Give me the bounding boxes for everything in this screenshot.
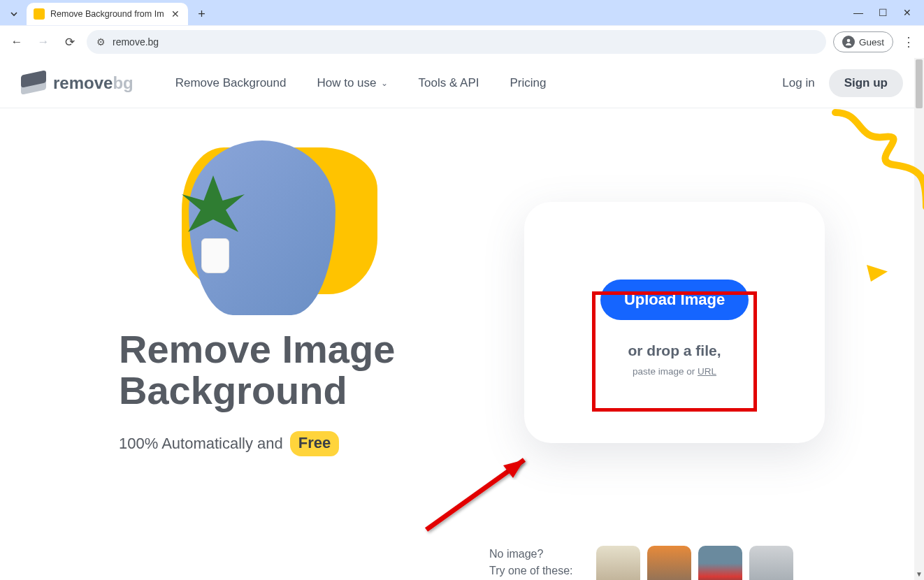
browser-menu-button[interactable]: ⋮ bbox=[900, 34, 917, 50]
hero-subline: 100% Automatically and Free bbox=[119, 431, 496, 456]
nav-how-to-use[interactable]: How to use⌄ bbox=[317, 76, 387, 90]
toolbar: ← → ⟳ ⚙ remove.bg Guest ⋮ bbox=[0, 25, 924, 58]
close-window-button[interactable]: ✕ bbox=[903, 7, 911, 18]
url-text: remove.bg bbox=[113, 36, 159, 48]
tab-strip: Remove Background from Im ✕ + — ☐ ✕ bbox=[0, 0, 924, 25]
profile-label: Guest bbox=[859, 37, 884, 48]
profile-chip[interactable]: Guest bbox=[833, 31, 893, 52]
squiggle-decoration bbox=[832, 106, 924, 245]
samples-line-1: No image? bbox=[489, 548, 543, 560]
headline-line-2: Background bbox=[119, 368, 347, 412]
window-controls: — ☐ ✕ bbox=[853, 0, 924, 25]
address-bar[interactable]: ⚙ remove.bg bbox=[87, 30, 826, 54]
logo-text-bg: bg bbox=[113, 73, 133, 92]
tablist-dropdown-button[interactable] bbox=[6, 6, 22, 22]
sample-images-row: No image? Try one of these: bbox=[489, 546, 793, 580]
reload-button[interactable]: ⟳ bbox=[60, 32, 80, 52]
hero-right: Upload Image or drop a file, paste image… bbox=[524, 133, 874, 456]
logo-text-remove: remove bbox=[53, 73, 113, 92]
upload-card[interactable]: Upload Image or drop a file, paste image… bbox=[524, 202, 825, 443]
nav-remove-background[interactable]: Remove Background bbox=[175, 76, 287, 90]
tab-title: Remove Background from Im bbox=[50, 9, 164, 19]
free-badge: Free bbox=[290, 431, 339, 456]
minimize-button[interactable]: — bbox=[853, 7, 863, 18]
sample-thumb-2[interactable] bbox=[647, 546, 691, 580]
hero-illustration bbox=[147, 133, 377, 315]
nav-label: Remove Background bbox=[175, 76, 287, 90]
annotation-highlight-box bbox=[592, 291, 757, 412]
auth-controls: Log in Sign up bbox=[782, 69, 903, 97]
back-button[interactable]: ← bbox=[7, 32, 27, 52]
sample-thumb-3[interactable] bbox=[698, 546, 742, 580]
nav-label: How to use bbox=[317, 76, 376, 90]
logo-text: removebg bbox=[53, 73, 133, 93]
nav-label: Tools & API bbox=[419, 76, 479, 90]
site-header: removebg Remove Background How to use⌄ T… bbox=[0, 58, 924, 108]
sample-thumb-1[interactable] bbox=[596, 546, 640, 580]
logo[interactable]: removebg bbox=[21, 73, 133, 94]
login-link[interactable]: Log in bbox=[782, 76, 814, 90]
main-nav: Remove Background How to use⌄ Tools & AP… bbox=[175, 76, 547, 90]
sample-thumb-4[interactable] bbox=[749, 546, 793, 580]
svg-marker-2 bbox=[503, 460, 524, 478]
browser-tab[interactable]: Remove Background from Im ✕ bbox=[27, 3, 188, 25]
site-controls-icon[interactable]: ⚙ bbox=[96, 36, 106, 48]
hero-left: Remove Image Background 100% Automatical… bbox=[119, 133, 496, 456]
maximize-button[interactable]: ☐ bbox=[879, 7, 888, 18]
subline-prefix: 100% Automatically and bbox=[119, 435, 283, 453]
nav-tools-api[interactable]: Tools & API bbox=[419, 76, 479, 90]
sample-thumbs bbox=[596, 546, 793, 580]
new-tab-button[interactable]: + bbox=[192, 4, 212, 24]
logo-mark-icon bbox=[21, 73, 46, 94]
chevron-down-icon: ⌄ bbox=[381, 78, 388, 88]
browser-chrome: Remove Background from Im ✕ + — ☐ ✕ ← → … bbox=[0, 0, 924, 58]
scrollbar-thumb[interactable] bbox=[916, 59, 923, 108]
signup-button[interactable]: Sign up bbox=[829, 69, 903, 97]
hero-headline: Remove Image Background bbox=[119, 329, 496, 412]
nav-pricing[interactable]: Pricing bbox=[510, 76, 546, 90]
annotation-arrow bbox=[419, 446, 545, 537]
triangle-decoration bbox=[867, 265, 888, 282]
tab-close-button[interactable]: ✕ bbox=[170, 8, 181, 20]
nav-label: Pricing bbox=[510, 76, 546, 90]
svg-point-0 bbox=[847, 39, 851, 43]
svg-line-1 bbox=[426, 460, 524, 530]
scrollbar-down-arrow[interactable]: ▼ bbox=[916, 570, 923, 579]
headline-line-1: Remove Image bbox=[119, 327, 395, 371]
tab-favicon bbox=[34, 8, 45, 20]
samples-line-2: Try one of these: bbox=[489, 565, 572, 577]
samples-label: No image? Try one of these: bbox=[489, 546, 580, 579]
page-body: ▼ removebg Remove Background How to use⌄… bbox=[0, 58, 924, 580]
guest-avatar-icon bbox=[842, 36, 855, 48]
hero-section: Remove Image Background 100% Automatical… bbox=[0, 108, 924, 456]
forward-button[interactable]: → bbox=[34, 32, 53, 52]
